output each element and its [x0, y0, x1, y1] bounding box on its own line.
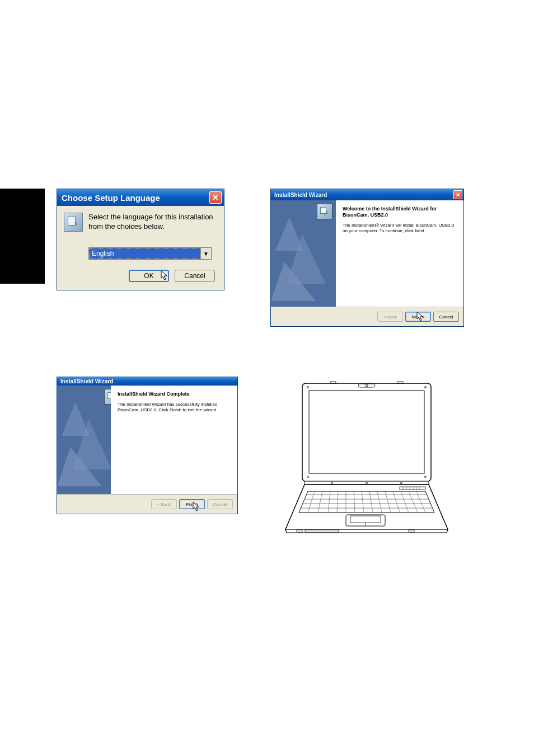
dialog-title: Choose Setup Language [62, 193, 160, 203]
wizard-footer: < Back Next > Cancel [271, 307, 463, 326]
language-dropdown[interactable]: English ▼ [88, 247, 212, 260]
wizard-body-text: The InstallShield Wizard has successfull… [118, 402, 231, 414]
finish-button[interactable]: Finish [179, 499, 205, 509]
cancel-button[interactable]: Cancel [433, 312, 459, 322]
cancel-button[interactable]: Cancel [175, 270, 215, 282]
instruction-text: Select the language for this installatio… [88, 213, 217, 232]
dialog-title: InstallShield Wizard [274, 192, 327, 198]
wizard-footer: < Back Finish Cancel [57, 494, 237, 514]
wizard-body-text: The InstallShield® Wizard will install B… [343, 223, 457, 234]
titlebar[interactable]: InstallShield Wizard ✕ [271, 189, 463, 200]
titlebar[interactable]: InstallShield Wizard [57, 377, 237, 386]
installshield-complete-dialog: InstallShield Wizard InstallShield Wizar… [57, 377, 238, 514]
wizard-side-graphic [271, 200, 336, 307]
ok-button[interactable]: OK [129, 270, 169, 282]
wizard-body: InstallShield Wizard Complete The Instal… [57, 386, 237, 494]
wizard-body: Welcome to the InstallShield Wizard for … [271, 200, 463, 307]
installer-icon [104, 389, 111, 405]
back-button: < Back [151, 499, 177, 509]
installer-icon [317, 204, 332, 219]
wizard-main: Welcome to the InstallShield Wizard for … [336, 200, 463, 307]
wizard-heading: Welcome to the InstallShield Wizard for … [343, 206, 457, 218]
next-button[interactable]: Next > [405, 312, 431, 322]
installshield-welcome-dialog: InstallShield Wizard ✕ Welcome to the In… [270, 189, 464, 327]
wizard-side-graphic [57, 386, 111, 494]
wizard-main: InstallShield Wizard Complete The Instal… [111, 386, 237, 494]
installer-icon [64, 213, 83, 232]
svg-rect-1 [309, 391, 424, 473]
wizard-heading: InstallShield Wizard Complete [118, 391, 231, 397]
dropdown-selected-value: English [89, 248, 200, 259]
cancel-button: Cancel [207, 499, 233, 509]
document-page: Choose Setup Language ✕ Select the langu… [0, 0, 534, 756]
chevron-down-icon[interactable]: ▼ [200, 248, 211, 259]
svg-rect-40 [350, 516, 381, 523]
close-icon[interactable]: ✕ [209, 191, 222, 204]
dialog-title: InstallShield Wizard [60, 378, 113, 384]
close-icon[interactable]: ✕ [453, 190, 462, 199]
choose-setup-language-dialog: Choose Setup Language ✕ Select the langu… [57, 189, 224, 290]
black-side-tab [0, 189, 45, 284]
titlebar[interactable]: Choose Setup Language ✕ [57, 189, 224, 206]
svg-rect-10 [305, 481, 429, 485]
laptop-illustration [274, 381, 465, 537]
dialog-body: Select the language for this installatio… [57, 206, 224, 290]
back-button: < Back [377, 312, 403, 322]
dialog-button-row: OK Cancel [64, 270, 217, 282]
